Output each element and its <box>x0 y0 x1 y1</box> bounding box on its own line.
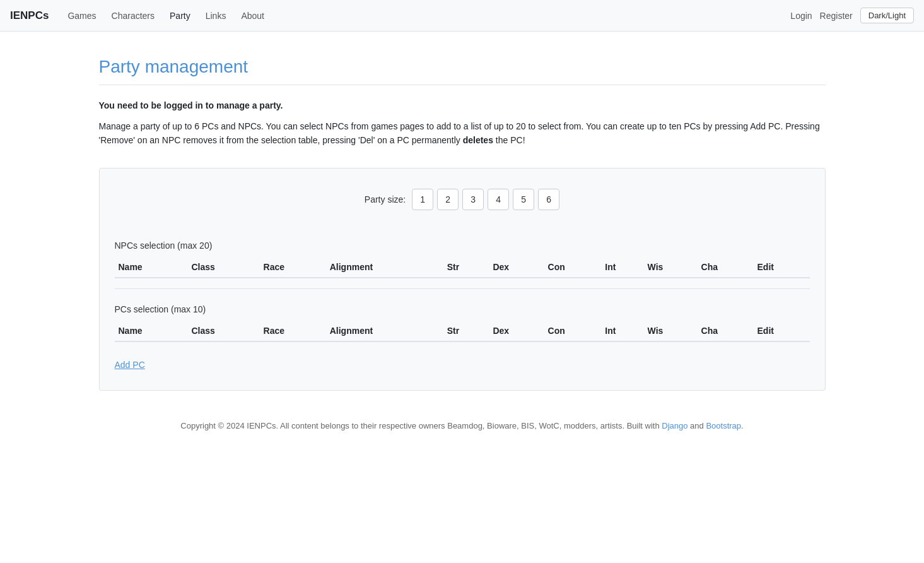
footer: Copyright © 2024 IENPCs. All content bel… <box>99 421 826 430</box>
pcs-col-edit: Edit <box>754 321 810 341</box>
npcs-col-wis: Wis <box>644 257 698 278</box>
navbar: IENPCs Games Characters Party Links Abou… <box>0 0 924 32</box>
description: Manage a party of up to 6 PCs and NPCs. … <box>99 119 826 148</box>
theme-toggle-button[interactable]: Dark/Light <box>860 8 914 23</box>
npcs-col-dex: Dex <box>489 257 544 278</box>
description-part2: the PC! <box>493 135 525 145</box>
party-size-label: Party size: <box>365 194 406 204</box>
party-size-btn-4[interactable]: 4 <box>488 189 509 210</box>
npcs-table: Name Class Race Alignment Str Dex Con In… <box>115 257 810 278</box>
pcs-col-dex: Dex <box>489 321 544 341</box>
pcs-col-int: Int <box>601 321 643 341</box>
nav-links-item[interactable]: Links <box>199 7 233 25</box>
npcs-col-int: Int <box>601 257 643 278</box>
pcs-col-race: Race <box>260 321 326 341</box>
pcs-col-wis: Wis <box>644 321 698 341</box>
bootstrap-link[interactable]: Bootstrap <box>706 421 741 430</box>
npcs-col-name: Name <box>115 257 188 278</box>
npcs-header-row: Name Class Race Alignment Str Dex Con In… <box>115 257 810 278</box>
pcs-section: PCs selection (max 10) Name Class Race A… <box>115 299 810 370</box>
pcs-col-str: Str <box>443 321 489 341</box>
django-link[interactable]: Django <box>662 421 687 430</box>
section-divider <box>115 288 810 289</box>
login-link[interactable]: Login <box>790 11 812 21</box>
navbar-right: Login Register Dark/Light <box>790 8 914 23</box>
description-part1: Manage a party of up to 6 PCs and NPCs. … <box>99 121 820 145</box>
register-link[interactable]: Register <box>820 11 853 21</box>
title-divider <box>99 85 826 85</box>
party-panel: Party size: 1 2 3 4 5 6 NPCs selection (… <box>99 168 826 391</box>
add-pc-link[interactable]: Add PC <box>115 360 145 370</box>
party-size-btn-2[interactable]: 2 <box>437 189 459 210</box>
npcs-table-wrapper: Name Class Race Alignment Str Dex Con In… <box>115 257 810 278</box>
npcs-col-con: Con <box>544 257 602 278</box>
pcs-table-wrapper: Name Class Race Alignment Str Dex Con In… <box>115 321 810 342</box>
login-alert: You need to be logged in to manage a par… <box>99 100 826 110</box>
nav-characters[interactable]: Characters <box>105 7 161 25</box>
npcs-col-alignment: Alignment <box>326 257 443 278</box>
main-content: Party management You need to be logged i… <box>84 32 841 468</box>
pcs-section-header: PCs selection (max 10) <box>115 299 810 314</box>
party-size-btn-3[interactable]: 3 <box>462 189 484 210</box>
footer-and: and <box>687 421 706 430</box>
npcs-col-race: Race <box>260 257 326 278</box>
npcs-section: NPCs selection (max 20) Name Class Race … <box>115 235 810 278</box>
npcs-section-header: NPCs selection (max 20) <box>115 235 810 251</box>
party-size-btn-5[interactable]: 5 <box>513 189 534 210</box>
page-title: Party management <box>99 57 826 77</box>
nav-about[interactable]: About <box>235 7 271 25</box>
pcs-col-cha: Cha <box>698 321 754 341</box>
party-size-btn-1[interactable]: 1 <box>412 189 433 210</box>
pcs-table: Name Class Race Alignment Str Dex Con In… <box>115 321 810 342</box>
npcs-col-edit: Edit <box>754 257 810 278</box>
footer-end: . <box>741 421 744 430</box>
party-size-btn-6[interactable]: 6 <box>538 189 559 210</box>
brand-link[interactable]: IENPCs <box>10 9 49 22</box>
npcs-col-class: Class <box>187 257 259 278</box>
pcs-col-name: Name <box>115 321 188 341</box>
npcs-col-cha: Cha <box>698 257 754 278</box>
nav-games[interactable]: Games <box>61 7 102 25</box>
pcs-col-con: Con <box>544 321 602 341</box>
party-size-row: Party size: 1 2 3 4 5 6 <box>115 189 810 210</box>
nav-party[interactable]: Party <box>163 7 197 25</box>
pcs-header-row: Name Class Race Alignment Str Dex Con In… <box>115 321 810 341</box>
nav-links: Games Characters Party Links About <box>61 7 790 25</box>
footer-text: Copyright © 2024 IENPCs. All content bel… <box>180 421 662 430</box>
description-bold: deletes <box>463 135 493 145</box>
npcs-col-str: Str <box>443 257 489 278</box>
pcs-col-class: Class <box>187 321 259 341</box>
pcs-col-alignment: Alignment <box>326 321 443 341</box>
